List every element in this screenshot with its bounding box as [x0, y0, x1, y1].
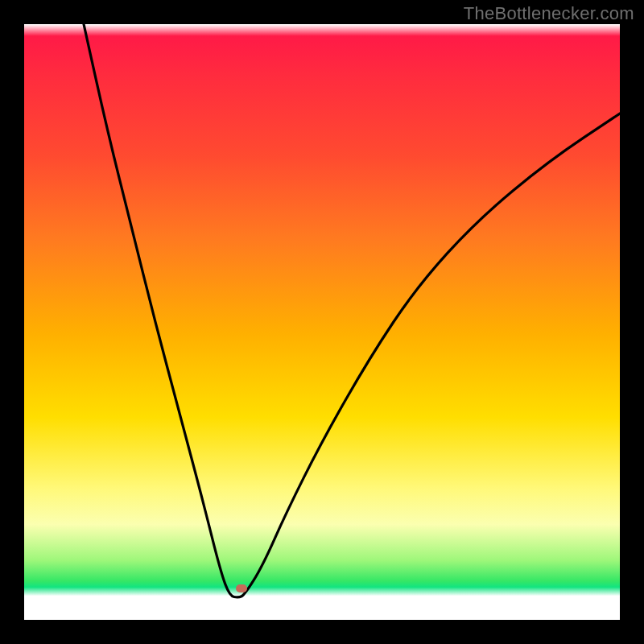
optimal-point-marker — [236, 584, 247, 592]
bottleneck-curve — [84, 24, 620, 597]
chart-frame: TheBottlenecker.com — [0, 0, 644, 644]
plot-area — [24, 24, 620, 620]
site-watermark: TheBottlenecker.com — [464, 3, 634, 24]
curve-layer — [24, 24, 620, 620]
